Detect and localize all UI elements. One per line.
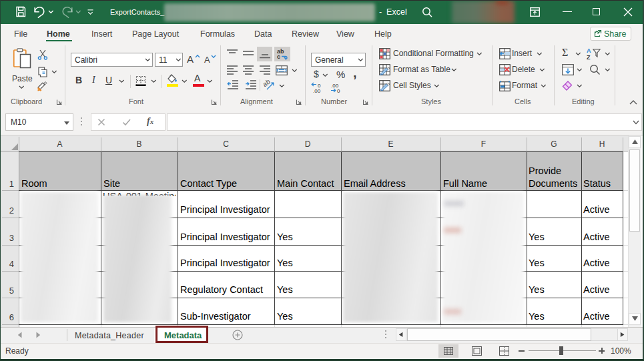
svg-text:0: 0 [337,88,340,94]
svg-text:Z: Z [587,54,591,61]
svg-text:c: c [277,53,280,60]
svg-text:A: A [587,47,591,54]
svg-text:.00: .00 [313,88,321,94]
